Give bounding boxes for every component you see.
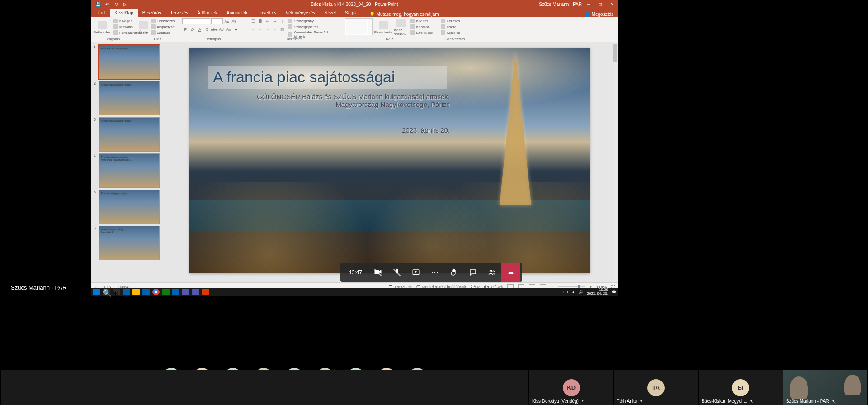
- columns-button[interactable]: ▥: [279, 26, 285, 33]
- bullets-button[interactable]: ☰: [250, 18, 256, 24]
- tab-view[interactable]: Nézet: [320, 9, 340, 17]
- excel-icon[interactable]: [162, 289, 170, 295]
- italic-button[interactable]: D: [189, 26, 196, 33]
- tab-transitions[interactable]: Áttűnések: [193, 9, 222, 17]
- align-left-button[interactable]: ≡: [250, 26, 256, 33]
- slide-thumbnail[interactable]: 4Franciaország gazdasága, viszonylag Mag…: [91, 152, 167, 189]
- zoom-slider[interactable]: [558, 286, 585, 287]
- quick-styles-button[interactable]: Kész stílusok: [394, 18, 408, 37]
- undo-icon[interactable]: ↶: [104, 1, 110, 7]
- slide-thumbnail[interactable]: 6A kétoldalú gazdasági kapcsolatok...: [91, 225, 167, 261]
- underline-button[interactable]: A: [197, 26, 203, 33]
- line-spacing-button[interactable]: ↕: [279, 18, 285, 24]
- participant-video-cell[interactable]: Szűcs Mariann - PAR: [783, 370, 867, 405]
- shape-effects-button[interactable]: Effektusok: [410, 30, 434, 35]
- share-screen-button[interactable]: [406, 263, 425, 282]
- start-button[interactable]: [93, 289, 100, 295]
- tab-slideshow[interactable]: Diavetítés: [252, 9, 281, 17]
- thumbnail-preview[interactable]: Franciaország gazdasága, viszonylag Magy…: [99, 153, 160, 188]
- save-icon[interactable]: 💾: [95, 1, 101, 7]
- word-icon[interactable]: [172, 289, 179, 295]
- tab-review[interactable]: Véleményezés: [281, 9, 320, 17]
- slide-thumbnail[interactable]: 3A külgazdasági attasé hálózat: [91, 116, 167, 152]
- slide-thumbnail[interactable]: 1A francia piac sajátosságai: [91, 44, 167, 80]
- edge-icon[interactable]: [142, 289, 150, 295]
- vertical-scrollbar[interactable]: [613, 42, 618, 282]
- start-slideshow-icon[interactable]: ▷: [123, 1, 128, 7]
- participant-cell[interactable]: KD Kiss Dorottya (Vendég): [529, 370, 613, 405]
- thumbnail-preview[interactable]: A külgazdasági attasé hálózat: [99, 81, 160, 115]
- outlook-icon[interactable]: [123, 289, 130, 295]
- layout-button[interactable]: Elrendezés: [150, 18, 176, 24]
- text-direction-button[interactable]: Szövegirány: [287, 18, 339, 24]
- select-button[interactable]: Kijelölés: [440, 30, 461, 35]
- bold-button[interactable]: F: [182, 26, 189, 33]
- chat-button[interactable]: [463, 263, 482, 282]
- decrease-indent-button[interactable]: ⇤: [264, 18, 271, 24]
- tab-insert[interactable]: Beszúrás: [138, 9, 166, 17]
- increase-indent-button[interactable]: ⇥: [272, 18, 278, 24]
- thumbnail-preview[interactable]: A francia piac sajátosságai: [99, 45, 160, 79]
- align-right-button[interactable]: ≡: [264, 26, 271, 33]
- font-family-select[interactable]: [182, 18, 210, 24]
- mic-toggle-button[interactable]: [387, 263, 406, 282]
- change-case-button[interactable]: Aa: [226, 26, 232, 33]
- participant-cell[interactable]: BI Bács-Kiskun Megyei ...: [699, 370, 783, 405]
- numbering-button[interactable]: ≣: [257, 18, 264, 24]
- spacing-button[interactable]: AV: [218, 26, 225, 33]
- thumbnail-preview[interactable]: Franciaország gazdasága: [99, 190, 160, 224]
- new-slide-button[interactable]: Új dia: [139, 18, 148, 37]
- app-icon-2[interactable]: [192, 289, 199, 295]
- shadow-button[interactable]: S: [204, 26, 210, 33]
- shape-outline-button[interactable]: Körvonal: [410, 24, 434, 29]
- find-button[interactable]: Keresés: [440, 18, 461, 24]
- shape-fill-button[interactable]: Kitöltés: [410, 18, 434, 24]
- tab-design[interactable]: Tervezés: [166, 9, 193, 17]
- app-icon-1[interactable]: [182, 289, 189, 295]
- grow-font-button[interactable]: A▴: [224, 18, 230, 24]
- language-indicator-taskbar[interactable]: HU: [563, 290, 568, 294]
- font-color-button[interactable]: A: [233, 26, 239, 33]
- tab-file[interactable]: Fájl: [94, 9, 110, 17]
- slide-thumbnail[interactable]: 2A külgazdasági attasé hálózat: [91, 80, 167, 116]
- section-button[interactable]: Szakasz: [150, 30, 176, 35]
- search-taskbar-icon[interactable]: 🔍: [103, 289, 110, 295]
- clock[interactable]: 10:06 2023. 04. 20.: [587, 288, 608, 296]
- close-button[interactable]: ✕: [606, 0, 618, 8]
- raise-hand-button[interactable]: [444, 263, 463, 282]
- tab-home[interactable]: Kezdőlap: [110, 9, 138, 17]
- current-slide[interactable]: A francia piac sajátosságai GÖLÖNCSÉR Ba…: [189, 48, 590, 273]
- arrange-button[interactable]: Elrendezés: [374, 18, 392, 37]
- align-center-button[interactable]: ≡: [257, 26, 264, 33]
- align-text-button[interactable]: Szövegigazítás: [287, 24, 339, 29]
- paste-button[interactable]: Beillesztés: [94, 18, 111, 37]
- camera-toggle-button[interactable]: [368, 263, 387, 282]
- thumbnail-preview[interactable]: A külgazdasági attasé hálózat: [99, 117, 160, 152]
- strikethrough-button[interactable]: abc: [211, 26, 217, 33]
- slide-thumbnail[interactable]: 5Franciaország gazdasága: [91, 189, 167, 225]
- user-name[interactable]: Szűcs Mariann - PAR: [539, 2, 582, 7]
- task-view-icon[interactable]: ⊞: [113, 289, 120, 295]
- chrome-icon[interactable]: [152, 289, 160, 295]
- justify-button[interactable]: ≡: [272, 26, 278, 33]
- thumbnail-preview[interactable]: A kétoldalú gazdasági kapcsolatok...: [99, 226, 160, 260]
- slide-thumbnail-panel[interactable]: 1A francia piac sajátosságai2A külgazdas…: [91, 42, 167, 282]
- tell-me-search[interactable]: 💡 Mutasd meg, hogyan csináljam: [369, 12, 439, 17]
- more-actions-button[interactable]: ⋯: [425, 263, 444, 282]
- tray-icon-2[interactable]: 🔊: [579, 290, 583, 294]
- hangup-button[interactable]: [501, 263, 520, 282]
- shapes-gallery[interactable]: [345, 18, 373, 35]
- replace-button[interactable]: Csere: [440, 24, 461, 29]
- maximize-button[interactable]: □: [594, 0, 606, 8]
- font-size-select[interactable]: [211, 18, 223, 24]
- file-explorer-icon[interactable]: [132, 289, 140, 295]
- scrollbar-thumb[interactable]: [613, 44, 617, 62]
- tab-help[interactable]: Súgó: [340, 9, 360, 17]
- reset-button[interactable]: Alaphelyzet: [150, 24, 176, 29]
- subtitle-box[interactable]: GÖLÖNCSÉR Balázs és SZŰCS Mariann külgaz…: [242, 93, 450, 134]
- notifications-icon[interactable]: 💬: [612, 290, 616, 294]
- participant-cell[interactable]: TA Tóth Anita: [614, 370, 698, 405]
- powerpoint-taskbar-icon[interactable]: [202, 289, 209, 295]
- tray-icon-1[interactable]: ▲: [571, 290, 575, 294]
- minimize-button[interactable]: ─: [583, 0, 594, 8]
